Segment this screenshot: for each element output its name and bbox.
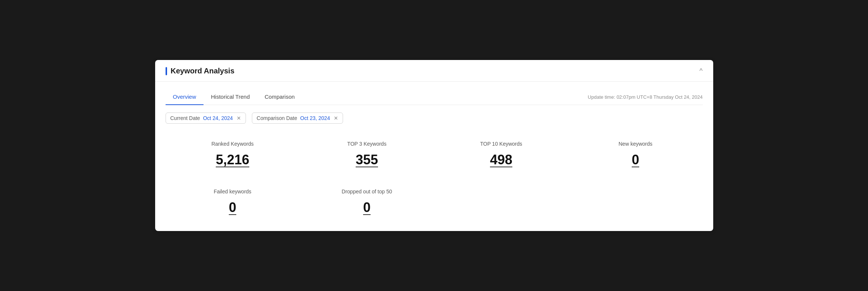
metric-cell-failed-keywords[interactable]: Failed keywords 0 (166, 185, 300, 219)
metric-label-top3-keywords: TOP 3 Keywords (306, 141, 428, 147)
metric-value-failed-keywords: 0 (172, 200, 294, 215)
card-header: Keyword Analysis ^ (155, 60, 713, 82)
comparison-date-filter[interactable]: Comparison Date Oct 23, 2024 ✕ (252, 113, 343, 124)
metrics-bottom-grid: Failed keywords 0 Dropped out of top 50 … (166, 185, 703, 219)
card-title-wrapper: Keyword Analysis (166, 67, 235, 75)
metric-cell-ranked-keywords[interactable]: Ranked Keywords 5,216 (166, 137, 300, 171)
metric-value-new-keywords: 0 (574, 152, 697, 168)
comparison-date-label: Comparison Date (257, 115, 297, 121)
metric-cell-top10-keywords[interactable]: TOP 10 Keywords 498 (434, 137, 568, 171)
comparison-date-close-icon[interactable]: ✕ (334, 116, 338, 121)
metrics-top-grid: Ranked Keywords 5,216 TOP 3 Keywords 355… (166, 137, 703, 171)
collapse-icon[interactable]: ^ (699, 67, 702, 75)
current-date-filter[interactable]: Current Date Oct 24, 2024 ✕ (166, 113, 246, 124)
metric-label-failed-keywords: Failed keywords (172, 189, 294, 194)
metric-label-new-keywords: New keywords (574, 141, 697, 147)
metric-label-ranked-keywords: Ranked Keywords (172, 141, 294, 147)
tab-historical-trend[interactable]: Historical Trend (204, 89, 257, 105)
current-date-value: Oct 24, 2024 (203, 115, 233, 121)
title-bar-accent (166, 67, 167, 75)
tabs-container: Overview Historical Trend Comparison (166, 89, 302, 105)
tab-overview[interactable]: Overview (166, 89, 204, 105)
tab-comparison[interactable]: Comparison (257, 89, 302, 105)
card-body: Overview Historical Trend Comparison Upd… (155, 82, 713, 231)
metric-value-dropped-top50: 0 (306, 200, 428, 215)
current-date-label: Current Date (170, 115, 200, 121)
current-date-close-icon[interactable]: ✕ (237, 116, 241, 121)
metric-cell-top3-keywords[interactable]: TOP 3 Keywords 355 (300, 137, 434, 171)
metric-value-ranked-keywords: 5,216 (172, 152, 294, 168)
metric-label-dropped-top50: Dropped out of top 50 (306, 189, 428, 194)
comparison-date-value: Oct 23, 2024 (300, 115, 330, 121)
date-filters: Current Date Oct 24, 2024 ✕ Comparison D… (166, 113, 703, 124)
metric-value-top10-keywords: 498 (440, 152, 563, 168)
metric-label-top10-keywords: TOP 10 Keywords (440, 141, 563, 147)
keyword-analysis-card: Keyword Analysis ^ Overview Historical T… (155, 60, 713, 231)
metric-cell-dropped-top50[interactable]: Dropped out of top 50 0 (300, 185, 434, 219)
metric-value-top3-keywords: 355 (306, 152, 428, 168)
update-time: Update time: 02:07pm UTC+8 Thursday Oct … (588, 94, 703, 100)
card-title: Keyword Analysis (171, 67, 235, 75)
tabs-row: Overview Historical Trend Comparison Upd… (166, 89, 703, 105)
metric-cell-new-keywords[interactable]: New keywords 0 (568, 137, 703, 171)
